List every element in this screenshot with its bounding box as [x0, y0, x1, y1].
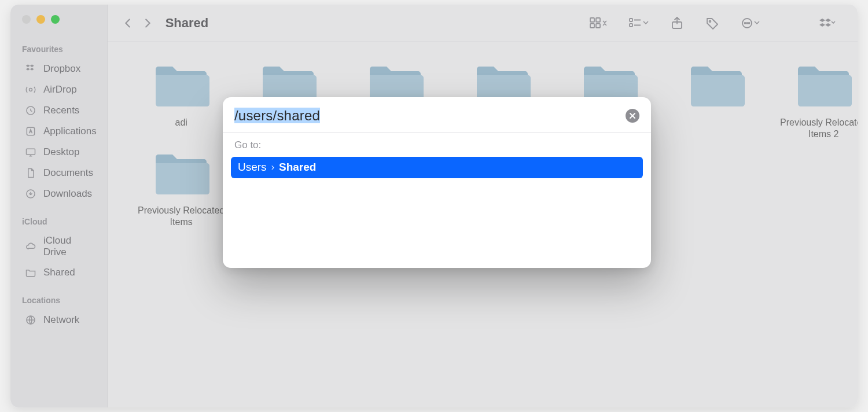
svg-rect-11 — [630, 24, 632, 27]
clear-input-button[interactable] — [626, 109, 639, 123]
go-to-result-row[interactable]: Users › Shared — [231, 157, 643, 178]
folder-item[interactable]: Previously Relocated Items 2 — [773, 64, 858, 140]
svg-rect-6 — [590, 18, 594, 22]
folder-item[interactable] — [666, 64, 767, 140]
back-button[interactable] — [122, 17, 134, 30]
svg-rect-3 — [27, 149, 35, 154]
window-controls — [22, 15, 99, 24]
folder-item[interactable]: Previously Relocated Items — [131, 152, 232, 228]
download-icon — [24, 187, 37, 200]
sidebar-item-desktop[interactable]: Desktop — [22, 142, 99, 163]
go-to-result-segment: Users — [238, 161, 267, 174]
chevron-right-icon: › — [271, 162, 274, 172]
sidebar-item-label: AirDrop — [43, 84, 77, 95]
go-to-folder-dialog: /users/shared Go to: Users › Shared — [223, 97, 651, 268]
dropbox-toolbar-button[interactable] — [819, 17, 836, 30]
svg-point-19 — [748, 23, 749, 24]
sidebar-section-icloud: iCloud — [22, 217, 99, 226]
sidebar-item-applications[interactable]: Applications — [22, 121, 99, 142]
desktop-icon — [24, 146, 37, 159]
view-icons-button[interactable] — [590, 17, 607, 30]
more-button[interactable] — [741, 17, 760, 30]
sidebar-item-recents[interactable]: Recents — [22, 100, 99, 121]
sidebar-item-label: Applications — [43, 126, 97, 137]
applications-icon — [24, 125, 37, 138]
sidebar-item-documents[interactable]: Documents — [22, 163, 99, 183]
folder-item[interactable]: adi — [131, 64, 232, 140]
svg-rect-7 — [596, 18, 600, 22]
sidebar-item-label: Desktop — [43, 146, 79, 158]
sidebar-item-downloads[interactable]: Downloads — [22, 183, 99, 204]
toolbar: Shared — [108, 5, 858, 42]
go-to-subtitle: Go to: — [223, 133, 651, 156]
folder-icon — [795, 64, 852, 111]
folder-icon — [152, 64, 210, 111]
sidebar-item-airdrop[interactable]: AirDrop — [22, 79, 99, 100]
tags-button[interactable] — [705, 16, 719, 30]
folder-label: Previously Relocated Items 2 — [777, 117, 858, 140]
go-to-result-segment: Shared — [279, 161, 316, 174]
sidebar-item-label: Dropbox — [43, 63, 80, 75]
sidebar-item-dropbox[interactable]: Dropbox — [22, 58, 99, 79]
svg-rect-9 — [596, 24, 600, 28]
folder-icon — [687, 64, 745, 111]
sidebar-section-locations: Locations — [22, 296, 99, 305]
sidebar-item-network[interactable]: Network — [22, 310, 99, 330]
folder-icon — [152, 152, 210, 199]
group-button[interactable] — [629, 17, 649, 30]
airdrop-icon — [24, 83, 37, 96]
forward-button[interactable] — [141, 17, 154, 30]
globe-icon — [24, 314, 37, 326]
zoom-window-button[interactable] — [51, 15, 60, 24]
svg-point-0 — [30, 89, 32, 91]
svg-rect-8 — [590, 24, 594, 28]
page-title: Shared — [165, 16, 209, 31]
go-to-path-input[interactable]: /users/shared — [234, 108, 320, 124]
shared-folder-icon — [24, 266, 37, 279]
sidebar-item-label: iCloud Drive — [43, 235, 97, 258]
clock-icon — [24, 104, 37, 117]
cloud-icon — [24, 240, 37, 253]
share-button[interactable] — [671, 16, 683, 30]
svg-rect-10 — [630, 19, 632, 21]
svg-point-15 — [709, 20, 711, 22]
dropbox-icon — [24, 62, 37, 75]
minimize-window-button[interactable] — [36, 15, 45, 24]
sidebar-item-label: Recents — [43, 105, 79, 116]
folder-label: adi — [175, 117, 187, 128]
close-window-button[interactable] — [22, 15, 31, 24]
sidebar: Favourites Dropbox AirDrop Recents Appli… — [10, 5, 108, 407]
sidebar-section-favourites: Favourites — [22, 45, 99, 54]
document-icon — [24, 167, 37, 179]
svg-point-18 — [746, 23, 748, 24]
sidebar-item-icloud-drive[interactable]: iCloud Drive — [22, 231, 99, 262]
sidebar-item-shared[interactable]: Shared — [22, 262, 99, 283]
svg-point-17 — [744, 23, 745, 24]
sidebar-item-label: Downloads — [43, 188, 92, 200]
sidebar-item-label: Network — [43, 314, 79, 326]
sidebar-item-label: Documents — [43, 167, 93, 179]
folder-label: Previously Relocated Items — [135, 205, 227, 228]
sidebar-item-label: Shared — [43, 267, 75, 278]
